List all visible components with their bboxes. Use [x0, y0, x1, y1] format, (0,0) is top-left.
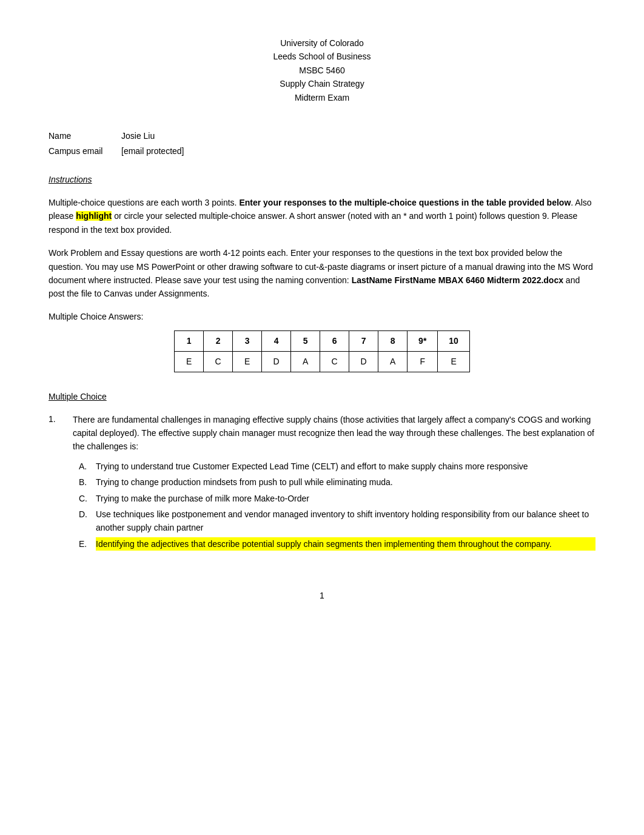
- mc-section-title: Multiple Choice: [49, 391, 595, 403]
- answer-header-5: 5: [291, 330, 320, 351]
- instructions-paragraph1: Multiple-choice questions are each worth…: [49, 196, 595, 236]
- page-number: 1: [49, 589, 595, 602]
- answer-cell-5: A: [291, 351, 320, 372]
- answer-cell-4: D: [262, 351, 291, 372]
- answers-table-wrapper: 123456789*10 ECEDACDAFE: [49, 330, 595, 372]
- answer-header-2: 2: [204, 330, 233, 351]
- answer-header-7: 7: [349, 330, 378, 351]
- answer-cell-6: C: [320, 351, 349, 372]
- answer-item-1-C: C.Trying to make the purchase of milk mo…: [79, 492, 595, 505]
- instructions-paragraph2: Work Problem and Essay questions are wor…: [49, 246, 595, 301]
- email-label: Campus email: [49, 144, 121, 159]
- answer-header-6: 6: [320, 330, 349, 351]
- answer-text-B: Trying to change production mindsets fro…: [96, 475, 595, 489]
- answer-item-1-A: A.Trying to understand true Customer Exp…: [79, 460, 595, 473]
- name-value: Josie Liu: [121, 129, 184, 144]
- answer-cell-3: E: [233, 351, 262, 372]
- answer-letter-A: A.: [79, 460, 96, 473]
- answer-cell-8: A: [378, 351, 408, 372]
- answer-header-8: 8: [378, 330, 408, 351]
- header-line2: Leeds School of Business: [273, 52, 371, 61]
- name-label: Name: [49, 129, 121, 144]
- answer-header-4: 4: [262, 330, 291, 351]
- question-text-1: There are fundamental challenges in mana…: [73, 413, 595, 454]
- email-value: [email protected]: [121, 144, 184, 159]
- answer-text-C: Trying to make the purchase of milk more…: [96, 492, 595, 505]
- answer-item-1-E: E.Identifying the adjectives that descri…: [79, 537, 595, 551]
- answers-table: 123456789*10 ECEDACDAFE: [174, 330, 470, 372]
- answer-text-E: Identifying the adjectives that describe…: [96, 537, 595, 551]
- answer-item-1-B: B.Trying to change production mindsets f…: [79, 475, 595, 489]
- answer-letter-C: C.: [79, 492, 96, 505]
- answer-cell-7: D: [349, 351, 378, 372]
- answer-header-1: 1: [175, 330, 204, 351]
- answer-cell-10: E: [438, 351, 470, 372]
- instructions-p1-bold1: Enter your responses to the multiple-cho…: [239, 198, 571, 207]
- question-body-1: There are fundamental challenges in mana…: [73, 413, 595, 554]
- instructions-highlight: highlight: [76, 211, 112, 221]
- answer-cell-2: C: [204, 351, 233, 372]
- question-list: 1.There are fundamental challenges in ma…: [49, 413, 595, 554]
- answer-header-9*: 9*: [408, 330, 438, 351]
- answer-letter-B: B.: [79, 475, 96, 489]
- header-line3: MSBC 5460: [299, 65, 344, 75]
- answer-text-A: Trying to understand true Customer Expec…: [96, 460, 595, 473]
- instructions-p2-bold: LastName FirstName MBAX 6460 Midterm 202…: [352, 275, 563, 285]
- answer-cell-9*: F: [408, 351, 438, 372]
- answer-text-D: Use techniques like postponement and ven…: [96, 508, 595, 535]
- instructions-p1-plain3: or circle your selected multiple-choice …: [112, 211, 287, 221]
- answer-item-1-D: D.Use techniques like postponement and v…: [79, 508, 595, 535]
- answer-list-1: A.Trying to understand true Customer Exp…: [79, 460, 595, 551]
- answer-cell-1: E: [175, 351, 204, 372]
- answer-letter-E: E.: [79, 537, 96, 551]
- instructions-p1-plain1: Multiple-choice questions are each worth…: [49, 198, 239, 207]
- answer-header-10: 10: [438, 330, 470, 351]
- student-info-section: Name Josie Liu Campus email [email prote…: [49, 129, 595, 159]
- question-number-1: 1.: [49, 413, 73, 554]
- header-line5: Midterm Exam: [295, 93, 349, 102]
- header-line4: Supply Chain Strategy: [280, 79, 364, 89]
- answer-letter-D: D.: [79, 508, 96, 535]
- header-line1: University of Colorado: [280, 38, 364, 48]
- document-header: University of Colorado Leeds School of B…: [49, 36, 595, 104]
- question-item-1: 1.There are fundamental challenges in ma…: [49, 413, 595, 554]
- instructions-label: Instructions: [49, 173, 595, 186]
- answer-header-3: 3: [233, 330, 262, 351]
- mc-answers-label: Multiple Choice Answers:: [49, 310, 595, 323]
